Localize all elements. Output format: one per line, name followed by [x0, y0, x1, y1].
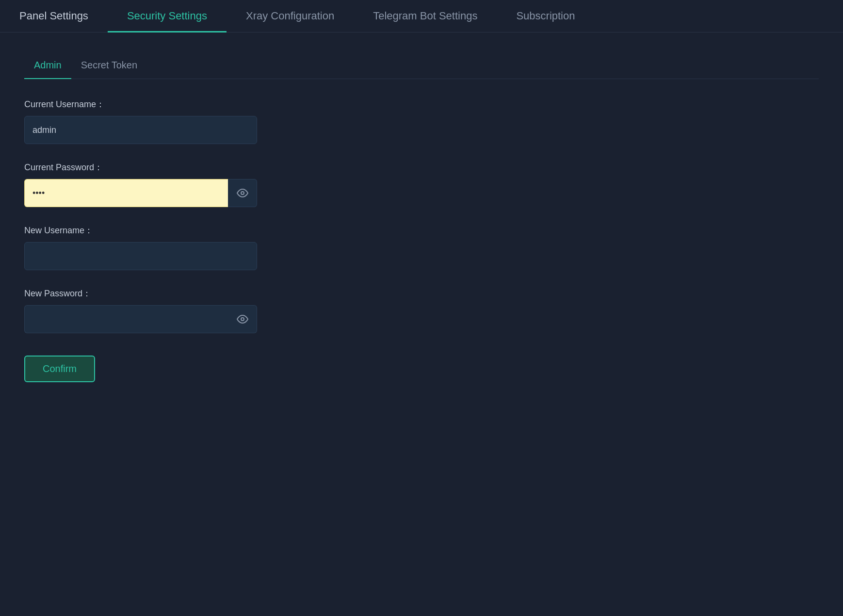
current-username-label: Current Username： — [24, 98, 315, 110]
new-username-label: New Username： — [24, 225, 315, 236]
new-password-group: New Password： — [24, 288, 315, 333]
svg-point-1 — [241, 318, 244, 321]
sub-navigation: Admin Secret Token — [24, 52, 819, 79]
subtab-admin[interactable]: Admin — [24, 52, 71, 79]
eye-icon — [237, 187, 248, 199]
svg-point-0 — [241, 192, 244, 195]
tab-panel-settings[interactable]: Panel Settings — [0, 0, 108, 32]
current-password-input-wrapper — [24, 179, 315, 207]
top-navigation: Panel Settings Security Settings Xray Co… — [0, 0, 843, 32]
current-password-group: Current Password： — [24, 162, 315, 207]
current-username-input[interactable] — [24, 116, 257, 144]
new-username-group: New Username： — [24, 225, 315, 270]
confirm-button[interactable]: Confirm — [24, 356, 95, 382]
main-content: Admin Secret Token Current Username： Cur… — [0, 32, 843, 402]
subtab-secret-token[interactable]: Secret Token — [71, 52, 147, 79]
new-password-input[interactable] — [24, 305, 228, 333]
current-username-input-wrapper — [24, 116, 315, 144]
current-username-group: Current Username： — [24, 98, 315, 144]
current-password-toggle-button[interactable] — [228, 179, 257, 207]
current-password-input[interactable] — [24, 179, 228, 207]
new-password-label: New Password： — [24, 288, 315, 299]
eye-icon — [237, 313, 248, 325]
new-username-input-wrapper — [24, 242, 315, 270]
tab-subscription[interactable]: Subscription — [497, 0, 594, 32]
tab-xray-configuration[interactable]: Xray Configuration — [227, 0, 354, 32]
new-password-toggle-button[interactable] — [228, 305, 257, 333]
tab-telegram-bot-settings[interactable]: Telegram Bot Settings — [354, 0, 497, 32]
current-password-label: Current Password： — [24, 162, 315, 173]
admin-form: Current Username： Current Password： New … — [24, 98, 315, 382]
new-password-input-wrapper — [24, 305, 315, 333]
new-username-input[interactable] — [24, 242, 257, 270]
tab-security-settings[interactable]: Security Settings — [108, 0, 227, 32]
